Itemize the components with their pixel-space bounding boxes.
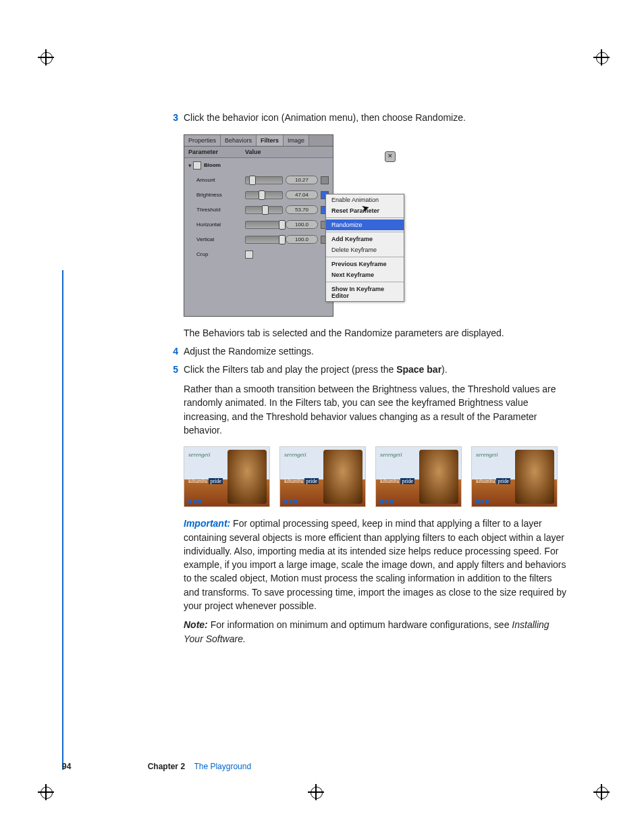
- thumbnail-title: serengeti: [284, 451, 306, 458]
- param-label: Threshold: [188, 207, 245, 213]
- page-content: 3 Click the behavior icon (Animation men…: [162, 111, 567, 651]
- value-field[interactable]: 100.0: [286, 220, 318, 229]
- thumbnail-title: serengeti: [380, 451, 402, 458]
- step-3-followup: The Behaviors tab is selected and the Ra…: [184, 326, 567, 340]
- column-headers: Parameter Value: [184, 147, 333, 158]
- param-label: Horizontal: [188, 221, 245, 228]
- chapter-name: The Playground: [194, 762, 251, 771]
- menu-randomize[interactable]: Randomize: [326, 219, 404, 230]
- thumbnail-title: serengeti: [188, 451, 211, 458]
- menu-add-keyframe[interactable]: Add Keyframe: [326, 234, 404, 244]
- thumbnail-frame: serengeti kibumbu pride: [375, 446, 462, 507]
- slider[interactable]: [245, 191, 283, 199]
- note-paragraph: Note: For information on minimum and opt…: [184, 618, 567, 646]
- value-field[interactable]: 47.04: [286, 190, 318, 199]
- registration-mark-icon: [41, 52, 59, 71]
- thumbnail-bars-icon: [188, 500, 201, 503]
- param-row-crop: Crop: [184, 247, 333, 262]
- step-text: Click the behavior icon (Animation menu)…: [184, 111, 567, 125]
- param-row-horizontal: Horizontal 100.0: [184, 217, 333, 232]
- param-label: Amount: [188, 177, 245, 183]
- step-4: 4 Adjust the Randomize settings.: [162, 345, 567, 359]
- registration-mark-icon: [596, 787, 615, 806]
- thumbnail-bars-icon: [284, 500, 297, 503]
- param-row-brightness: Brightness 47.04: [184, 188, 333, 203]
- menu-previous-keyframe[interactable]: Previous Keyframe: [326, 259, 404, 269]
- thumbnail-title: serengeti: [476, 451, 498, 458]
- important-label: Important:: [184, 518, 233, 529]
- value-field[interactable]: 100.0: [286, 235, 318, 244]
- thumbnail-sub2: pride: [400, 478, 414, 484]
- crop-checkbox[interactable]: [245, 251, 253, 259]
- param-label: Crop: [188, 251, 245, 257]
- disclosure-triangle-icon[interactable]: ▾: [188, 162, 192, 169]
- thumbnail-sub2: pride: [304, 478, 318, 484]
- inspector-tabs: Properties Behaviors Filters Image: [184, 135, 333, 147]
- param-label: Brightness: [188, 192, 245, 198]
- thumbnail-image: [419, 450, 458, 504]
- value-field[interactable]: 10.27: [286, 176, 318, 184]
- value-field[interactable]: 53.70: [286, 205, 318, 214]
- slider[interactable]: [245, 206, 283, 214]
- step-number: 3: [162, 111, 184, 125]
- thumbnail-subtitle: kibumbu pride: [380, 478, 414, 484]
- important-text: For optimal processing speed, keep in mi…: [184, 518, 566, 611]
- registration-mark-icon: [596, 52, 615, 71]
- step-5-post: ).: [441, 364, 448, 375]
- note-text: For information on minimum and optimum h…: [211, 619, 512, 630]
- param-row-vertical: Vertical 100.0: [184, 232, 333, 247]
- menu-delete-keyframe[interactable]: Delete Keyframe: [326, 244, 404, 255]
- filter-group-row: ▾ Bloom: [184, 158, 333, 173]
- thumbnail-frame: serengeti kibumbu pride: [471, 446, 558, 507]
- inspector-screenshot: Properties Behaviors Filters Image Param…: [184, 134, 400, 317]
- thumbnail-row: serengeti kibumbu pride serengeti kibumb…: [184, 446, 567, 507]
- thumbnail-sub1: kibumbu: [380, 478, 399, 484]
- step-number: 5: [162, 363, 184, 377]
- step-5-followup: Rather than a smooth transition between …: [184, 382, 567, 437]
- step-text: Adjust the Randomize settings.: [184, 345, 567, 359]
- step-text: Click the Filters tab and play the proje…: [184, 363, 567, 377]
- slider[interactable]: [245, 221, 283, 229]
- note-label: Note:: [184, 619, 211, 630]
- thumbnail-bars-icon: [380, 500, 393, 503]
- close-icon[interactable]: ✕: [385, 151, 396, 162]
- menu-separator: [326, 232, 404, 232]
- enable-checkbox[interactable]: [193, 161, 201, 170]
- step-5-pre: Click the Filters tab and play the proje…: [184, 364, 396, 375]
- menu-show-in-keyframe-editor[interactable]: Show In Keyframe Editor: [326, 284, 404, 301]
- thumbnail-subtitle: kibumbu pride: [188, 478, 223, 484]
- chapter-label: Chapter 2: [148, 762, 185, 771]
- page-accent-bar: [62, 270, 63, 770]
- animation-menu-icon[interactable]: [321, 176, 329, 184]
- tab-behaviors[interactable]: Behaviors: [221, 135, 257, 146]
- step-5-bold: Space bar: [396, 364, 441, 375]
- registration-mark-icon: [311, 787, 329, 806]
- slider[interactable]: [245, 176, 283, 184]
- slider[interactable]: [245, 236, 283, 244]
- menu-separator: [326, 217, 404, 218]
- tab-properties[interactable]: Properties: [184, 135, 221, 146]
- page-footer: 94 Chapter 2 The Playground: [62, 762, 251, 771]
- step-number: 4: [162, 345, 184, 359]
- thumbnail-sub1: kibumbu: [476, 478, 495, 484]
- thumbnail-image: [227, 450, 267, 504]
- param-row-amount: Amount 10.27: [184, 173, 333, 188]
- menu-separator: [326, 282, 404, 282]
- thumbnail-sub1: kibumbu: [188, 478, 207, 484]
- tab-filters[interactable]: Filters: [257, 135, 284, 146]
- thumbnail-frame: serengeti kibumbu pride: [279, 446, 366, 507]
- page-number: 94: [62, 762, 71, 771]
- step-5: 5 Click the Filters tab and play the pro…: [162, 363, 567, 377]
- header-value: Value: [241, 147, 333, 157]
- thumbnail-image: [323, 450, 363, 504]
- thumbnail-sub2: pride: [209, 478, 222, 484]
- tab-image[interactable]: Image: [284, 135, 309, 146]
- registration-mark-icon: [41, 787, 59, 806]
- thumbnail-subtitle: kibumbu pride: [476, 478, 510, 484]
- menu-next-keyframe[interactable]: Next Keyframe: [326, 269, 404, 280]
- thumbnail-sub1: kibumbu: [284, 478, 303, 484]
- param-row-threshold: Threshold 53.70: [184, 203, 333, 217]
- param-label: Vertical: [188, 236, 245, 242]
- thumbnail-sub2: pride: [496, 478, 510, 484]
- header-parameter: Parameter: [184, 147, 241, 157]
